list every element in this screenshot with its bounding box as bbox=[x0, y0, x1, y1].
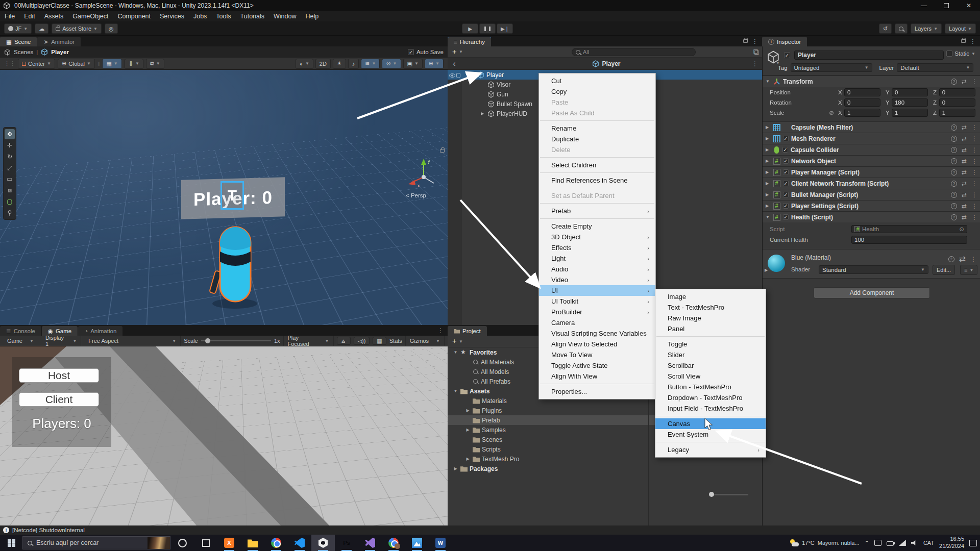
context-menu-item[interactable] bbox=[539, 186, 655, 190]
tab-animator[interactable]: ➤Animator bbox=[37, 37, 81, 46]
help-icon[interactable]: ? bbox=[951, 181, 957, 187]
taskbar-app[interactable] bbox=[170, 535, 194, 551]
space-dropdown[interactable]: ⊕Global▼ bbox=[58, 59, 95, 69]
context-menu-item[interactable]: Create Empty bbox=[539, 221, 655, 232]
submenu-item[interactable] bbox=[655, 440, 766, 444]
component-checkbox[interactable]: ✓ bbox=[782, 147, 788, 153]
z-field[interactable]: 0 bbox=[939, 88, 975, 96]
step-button[interactable]: ▶❘ bbox=[497, 23, 513, 34]
layout-dropdown[interactable]: Layout▼ bbox=[945, 23, 976, 34]
submenu-item[interactable]: Scrollbar bbox=[655, 360, 766, 371]
help-icon[interactable]: ? bbox=[948, 256, 954, 262]
breadcrumb-scenes[interactable]: Scenes bbox=[14, 49, 33, 55]
taskbar-app[interactable] bbox=[382, 535, 405, 551]
component-header[interactable]: ▶ ✓ Client Network Transform (Script) ?⇄… bbox=[763, 178, 980, 189]
scene-viewport[interactable]: Player: 0 T y x < Persp ✥ ✛ ↻ ⤢ ▭ ⧈ ▢ ⚲ bbox=[0, 70, 448, 325]
component-checkbox[interactable]: ✓ bbox=[783, 214, 789, 220]
snap-settings-toggle[interactable]: ⧉▼ bbox=[146, 59, 164, 69]
transform-header[interactable]: ▼ Transform ?⇄⋮ bbox=[763, 76, 980, 87]
submenu-item[interactable]: Scroll View bbox=[655, 371, 766, 382]
presets-icon[interactable]: ⇄ bbox=[962, 146, 967, 154]
y-field[interactable]: 1 bbox=[892, 109, 928, 117]
capture-button[interactable]: ◎ bbox=[105, 23, 118, 34]
taskbar-app[interactable] bbox=[194, 535, 217, 551]
taskbar-app[interactable]: X bbox=[217, 535, 241, 551]
submenu-item[interactable]: Button - TextMeshPro bbox=[655, 382, 766, 392]
tab-project[interactable]: Project bbox=[448, 326, 487, 336]
game-viewport[interactable]: Host Client Players: 0 bbox=[0, 346, 448, 525]
context-menu-item[interactable] bbox=[539, 118, 655, 123]
rotate-tool[interactable]: ↻ bbox=[5, 152, 15, 162]
orientation-gizmo[interactable]: y x bbox=[402, 156, 443, 191]
shader-dropdown[interactable]: Standard▼ bbox=[819, 265, 928, 274]
submenu-item[interactable]: Toggle bbox=[655, 339, 766, 349]
kebab-icon[interactable]: ⋮ bbox=[752, 60, 762, 67]
help-icon[interactable]: ? bbox=[951, 192, 957, 198]
vsync-toggle[interactable]: ▦ bbox=[373, 337, 386, 345]
kebab-icon[interactable]: ⋮ bbox=[970, 38, 976, 45]
context-menu-item[interactable]: Rename bbox=[539, 123, 655, 134]
play-button[interactable]: ▶ bbox=[462, 23, 478, 34]
kebab-icon[interactable]: ⋮ bbox=[971, 169, 977, 176]
lock-icon[interactable] bbox=[961, 39, 966, 43]
kebab-icon[interactable]: ⋮ bbox=[752, 38, 758, 45]
speaker-icon[interactable] bbox=[911, 540, 918, 546]
client-button[interactable]: Client bbox=[19, 392, 99, 407]
status-bar[interactable]: ! [Netcode] ShutdownInternal bbox=[0, 525, 980, 535]
textmeshpro-gizmo-icon[interactable]: T bbox=[220, 181, 244, 210]
expand-icon[interactable]: ▶ bbox=[765, 268, 770, 272]
help-icon[interactable]: ? bbox=[951, 169, 957, 176]
component-header[interactable]: ▶ ✓ Player Settings (Script) ?⇄⋮ bbox=[763, 200, 980, 211]
context-menu-item[interactable]: Paste As Child bbox=[539, 108, 655, 118]
menu-item[interactable]: Component bbox=[113, 13, 155, 20]
menu-item[interactable]: Edit bbox=[19, 13, 40, 20]
collider-edit-tool[interactable]: ▢ bbox=[5, 196, 15, 207]
context-menu-item[interactable]: Delete bbox=[539, 144, 655, 155]
shading-mode-dropdown[interactable]: ◐▼ bbox=[296, 59, 313, 69]
undo-history-button[interactable]: ↺ bbox=[879, 23, 892, 34]
submenu-item[interactable]: Legacy › bbox=[655, 444, 766, 455]
grid-snap-toggle[interactable]: ▦▼ bbox=[102, 59, 121, 69]
pivot-dropdown[interactable]: Center▼ bbox=[18, 59, 55, 69]
layer-dropdown[interactable]: Default▼ bbox=[897, 63, 973, 72]
lock-icon[interactable] bbox=[743, 39, 748, 43]
kebab-icon[interactable]: ⋮ bbox=[437, 327, 444, 334]
context-menu-item[interactable]: Align With View bbox=[539, 371, 655, 382]
context-menu-item[interactable]: Cut bbox=[539, 76, 655, 86]
menu-item[interactable]: Window bbox=[269, 13, 301, 20]
component-checkbox[interactable]: ✓ bbox=[783, 192, 789, 197]
scale-tool[interactable]: ⤢ bbox=[5, 163, 15, 173]
taskbar-app[interactable] bbox=[405, 535, 429, 551]
context-menu-item[interactable] bbox=[539, 382, 655, 386]
y-field[interactable]: 0 bbox=[892, 88, 928, 96]
context-menu-item[interactable]: ProBuilder › bbox=[539, 307, 655, 317]
layers-dropdown[interactable]: Layers▼ bbox=[911, 23, 942, 34]
help-icon[interactable]: ? bbox=[951, 79, 957, 85]
help-icon[interactable]: ? bbox=[951, 214, 957, 220]
context-menu-item[interactable]: Audio › bbox=[539, 264, 655, 274]
close-button[interactable]: ✕ bbox=[958, 0, 980, 11]
presets-icon[interactable]: ⇄ bbox=[962, 135, 967, 142]
context-menu-item[interactable]: Toggle Active State bbox=[539, 360, 655, 371]
gizmos-dropdown[interactable]: Gizmos▼ bbox=[405, 336, 445, 346]
submenu-item[interactable]: Image bbox=[655, 291, 766, 302]
maximize-panel-icon[interactable]: ⧉ bbox=[753, 47, 759, 57]
context-menu-item[interactable]: 3D Object › bbox=[539, 232, 655, 242]
presets-icon[interactable]: ⇄ bbox=[959, 254, 966, 264]
menu-item[interactable]: Services bbox=[155, 13, 189, 20]
context-menu-item[interactable]: Light › bbox=[539, 253, 655, 264]
context-menu-item[interactable]: Duplicate bbox=[539, 134, 655, 144]
add-component-button[interactable]: Add Component bbox=[814, 287, 930, 298]
name-field[interactable]: Player bbox=[794, 51, 944, 60]
context-menu-item[interactable]: Camera bbox=[539, 317, 655, 328]
kebab-icon[interactable]: ⋮ bbox=[971, 124, 977, 131]
kebab-icon[interactable]: ⋮ bbox=[970, 256, 976, 263]
context-menu-item[interactable]: UI › bbox=[539, 285, 655, 296]
help-icon[interactable]: ? bbox=[951, 203, 957, 209]
menu-item[interactable]: Tutorials bbox=[236, 13, 269, 20]
kebab-icon[interactable]: ⋮ bbox=[971, 180, 977, 187]
presets-icon[interactable]: ⇄ bbox=[962, 124, 967, 131]
menu-item[interactable]: Jobs bbox=[189, 13, 211, 20]
help-icon[interactable]: ? bbox=[951, 136, 957, 142]
component-header[interactable]: ▶ ✓ Player Manager (Script) ?⇄⋮ bbox=[763, 166, 980, 178]
